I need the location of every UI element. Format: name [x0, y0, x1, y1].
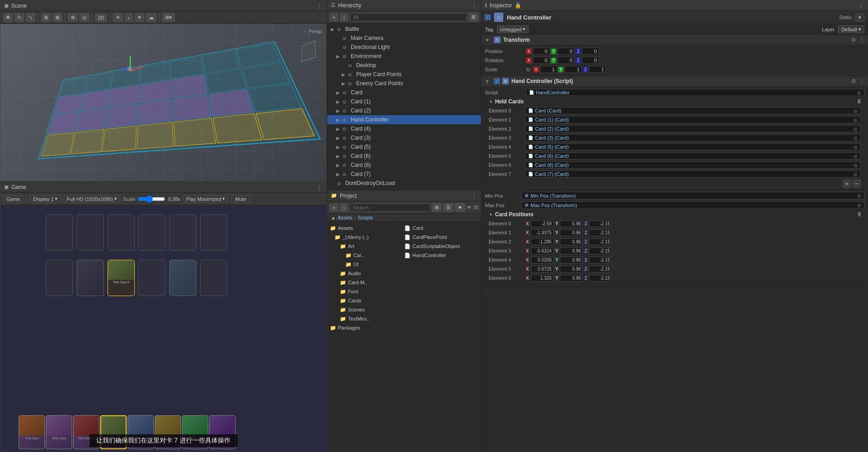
hand-card-1[interactable]: Test Card [19, 415, 45, 449]
hierarchy-item-card[interactable]: ▶⊙Card [327, 88, 481, 97]
card-pos-y-val[interactable] [560, 248, 583, 254]
hand-card-2[interactable]: Test Card [46, 415, 72, 449]
scene-2d-btn[interactable]: 2D [95, 14, 107, 22]
transform-header[interactable]: ▼ T Transform ⚙ ⋮ [481, 35, 868, 45]
script-component-header[interactable]: ▼ ✓ S Hand Controller (Script) ⚙ ⋮ [481, 76, 868, 86]
card-pos-y-val[interactable] [560, 238, 583, 245]
hierarchy-item-card-8[interactable]: ▶⊙Card (8) [327, 160, 481, 170]
project-menu[interactable]: ⋮ [471, 192, 477, 199]
object-active-checkbox[interactable]: ✓ [485, 15, 490, 20]
rotation-x[interactable] [533, 57, 550, 64]
project-list-view[interactable]: ☰ [443, 203, 453, 212]
project-filter-btn[interactable]: ★ [455, 203, 465, 212]
project-search[interactable] [350, 204, 430, 212]
project-file-card-place-point[interactable]: 📄CardPlacePoint [402, 233, 479, 242]
mute-button[interactable]: Mute [231, 195, 250, 203]
hierarchy-item-card-4[interactable]: ▶⊙Card (4) [327, 124, 481, 133]
hierarchy-filter-btn[interactable]: ⊞ [469, 13, 478, 21]
transform-more-btn[interactable]: ⋮ [859, 37, 864, 43]
hierarchy-item-hand-controller[interactable]: ▶⊙Hand Controller [327, 115, 481, 124]
game-panel-menu[interactable]: ⋮ [316, 184, 323, 191]
hierarchy-item-card-7[interactable]: ▶⊙Card (7) [327, 170, 481, 179]
resolution-dropdown[interactable]: Full HD (1920x1080) ▾ [64, 195, 120, 203]
inspector-lock-btn[interactable]: 🔒 [515, 2, 521, 9]
card-pos-z-val[interactable] [589, 220, 612, 227]
card-pos-y-val[interactable] [560, 220, 583, 227]
card-pos-y-val[interactable] [560, 257, 583, 263]
held-card-target-icon[interactable]: ◎ [853, 117, 858, 122]
card-pos-z-val[interactable] [589, 257, 612, 263]
held-card-target-icon[interactable]: ◎ [853, 108, 858, 113]
script-active-checkbox[interactable]: ✓ [494, 78, 500, 84]
script-more-btn[interactable]: ⋮ [859, 78, 864, 84]
scene-fx-btn[interactable]: ✦ [135, 13, 144, 22]
held-card-target-icon[interactable]: ◎ [853, 126, 858, 131]
min-pos-target-icon[interactable]: ◎ [857, 193, 861, 198]
scene-audio-btn[interactable]: ♪ [125, 14, 133, 22]
project-sort-btn[interactable]: ↕ [340, 204, 348, 212]
project-tree-item-packages[interactable]: 📁Packages [327, 323, 399, 332]
scene-pivot-btn[interactable]: ⊕ [68, 13, 78, 22]
card-pos-x-val[interactable] [531, 238, 554, 245]
tag-dropdown[interactable]: Untagged ▾ [497, 25, 529, 33]
project-file-card-scriptable[interactable]: 📄CardScriptableObject [402, 242, 479, 251]
script-target-icon[interactable]: ◎ [857, 90, 861, 95]
held-card-target-icon[interactable]: ◎ [853, 136, 858, 141]
project-tree-item-ui[interactable]: 📁UI [327, 260, 399, 269]
project-tree-item-card-folder[interactable]: 📁Car.. [327, 251, 399, 260]
card-pos-z-val[interactable] [589, 266, 612, 272]
scene-sky-btn[interactable]: ☁ [146, 13, 157, 22]
card-pos-z-val[interactable] [589, 229, 612, 236]
scale-slider[interactable] [138, 195, 165, 203]
scene-viewport[interactable]: ← Persp [0, 24, 326, 181]
hierarchy-item-card-6[interactable]: ▶⊙Card (6) [327, 151, 481, 160]
project-tree-item-assets[interactable]: 📁Assets [327, 224, 399, 233]
static-dropdown[interactable]: ▾ [855, 14, 864, 21]
card-pos-x-val[interactable] [531, 220, 554, 227]
hierarchy-add-btn[interactable]: + [330, 13, 338, 21]
layer-dropdown[interactable]: Default ▾ [838, 25, 864, 33]
project-icon-view[interactable]: ⊞ [432, 203, 441, 212]
project-tree-item-art[interactable]: 📁Art [327, 242, 399, 251]
hierarchy-item-dont-destroy[interactable]: ⊙DontDestroyOnLoad [327, 179, 481, 188]
position-y[interactable] [557, 48, 574, 55]
project-tree-item-card-m[interactable]: 📁Card M.. [327, 278, 399, 287]
card-pos-z-val[interactable] [589, 275, 612, 282]
scene-light-btn[interactable]: ☀ [113, 13, 123, 22]
hierarchy-sort-btn[interactable]: ↕ [340, 13, 348, 21]
hierarchy-search[interactable] [350, 13, 467, 21]
scene-rect-tool[interactable]: ⊞ [41, 13, 51, 22]
hierarchy-item-battle[interactable]: ▶⊙Battle [327, 24, 481, 34]
project-tree-item-udemy[interactable]: 📁_Udemy (..) [327, 233, 399, 242]
scale-z[interactable] [589, 66, 606, 73]
scale-x[interactable] [540, 66, 557, 73]
hierarchy-item-card-5[interactable]: ▶⊙Card (5) [327, 142, 481, 151]
card-pos-x-val[interactable] [531, 275, 554, 282]
display-dropdown[interactable]: Display 1 ▾ [30, 195, 61, 203]
card-pos-y-val[interactable] [560, 229, 583, 236]
project-add-btn[interactable]: + [330, 204, 338, 212]
card-pos-x-val[interactable] [531, 248, 554, 254]
card-pos-y-val[interactable] [560, 266, 583, 272]
scene-move-tool[interactable]: ✥ [3, 13, 13, 22]
hierarchy-item-directional-light[interactable]: ⊙Directional Light [327, 43, 481, 52]
card-pos-z-val[interactable] [589, 238, 612, 245]
project-tree-item-scenes[interactable]: 📁Scenes [327, 305, 399, 314]
card-pos-x-val[interactable] [531, 266, 554, 272]
held-card-target-icon[interactable]: ◎ [853, 172, 858, 177]
project-file-card-script[interactable]: 📄Card [402, 224, 479, 233]
scene-scale-tool[interactable]: ⤡ [26, 13, 35, 22]
hierarchy-menu[interactable]: ⋮ [471, 2, 477, 9]
hierarchy-item-card-3[interactable]: ▶⊙Card (3) [327, 133, 481, 142]
hierarchy-item-card-1[interactable]: ▶⊙Card (1) [327, 97, 481, 106]
project-tree-item-textmes[interactable]: 📁TextMes.. [327, 314, 399, 323]
scene-rotate-tool[interactable]: ↻ [15, 13, 24, 22]
play-maximized-dropdown[interactable]: Play Maximized ▾ [183, 195, 228, 203]
card-pos-z-val[interactable] [589, 248, 612, 254]
game-mode-dropdown[interactable]: Game [3, 195, 23, 203]
held-card-target-icon[interactable]: ◎ [853, 163, 858, 168]
inspector-menu[interactable]: ⋮ [858, 2, 864, 9]
scene-nav-cube[interactable] [294, 38, 322, 65]
rotation-y[interactable] [557, 57, 574, 64]
scene-gizmos-btn[interactable]: ⊞▾ [162, 13, 175, 22]
